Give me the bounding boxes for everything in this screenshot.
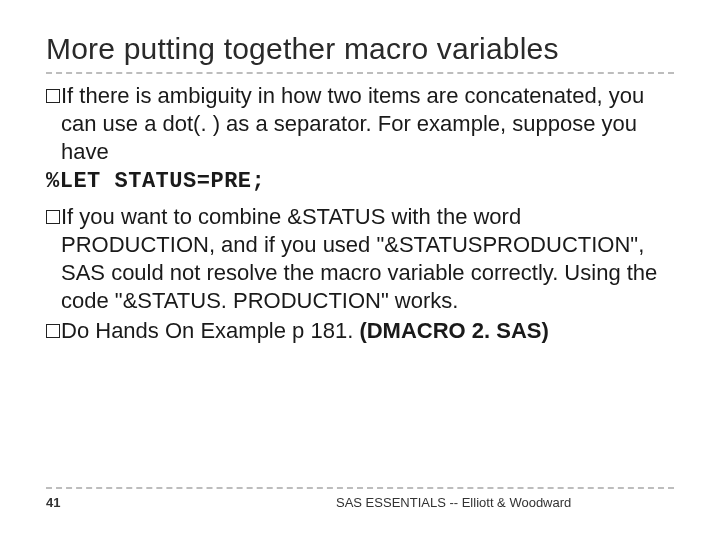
slide: More putting together macro variables If… [0, 0, 720, 540]
title-divider [46, 72, 674, 74]
bullet-rest: Hands On Example p 181. [89, 318, 359, 343]
bullet-text: If there is ambiguity in how two items a… [61, 82, 674, 166]
square-bullet-icon [46, 210, 60, 224]
square-bullet-icon [46, 324, 60, 338]
bullet-lead: If [61, 83, 73, 108]
content-area: If there is ambiguity in how two items a… [46, 82, 674, 345]
footer-divider [46, 487, 674, 489]
footer-attribution: SAS ESSENTIALS -- Elliott & Woodward [246, 495, 674, 510]
code-line: %LET STATUS=PRE; [46, 168, 674, 196]
page-number: 41 [46, 495, 246, 510]
page-title: More putting together macro variables [46, 32, 674, 66]
bullet-rest: you want to combine &STATUS with the wor… [61, 204, 657, 313]
bullet-lead: If [61, 204, 73, 229]
bullet-item: If there is ambiguity in how two items a… [46, 82, 674, 166]
bullet-lead: Do [61, 318, 89, 343]
bullet-item: Do Hands On Example p 181. (DMACRO 2. SA… [46, 317, 674, 345]
square-bullet-icon [46, 89, 60, 103]
bullet-rest: there is ambiguity in how two items are … [61, 83, 644, 164]
bullet-item: If you want to combine &STATUS with the … [46, 203, 674, 316]
bullet-bold: (DMACRO 2. SAS) [359, 318, 548, 343]
footer: 41 SAS ESSENTIALS -- Elliott & Woodward [46, 487, 674, 510]
bullet-text: Do Hands On Example p 181. (DMACRO 2. SA… [61, 317, 674, 345]
bullet-text: If you want to combine &STATUS with the … [61, 203, 674, 316]
footer-row: 41 SAS ESSENTIALS -- Elliott & Woodward [46, 495, 674, 510]
